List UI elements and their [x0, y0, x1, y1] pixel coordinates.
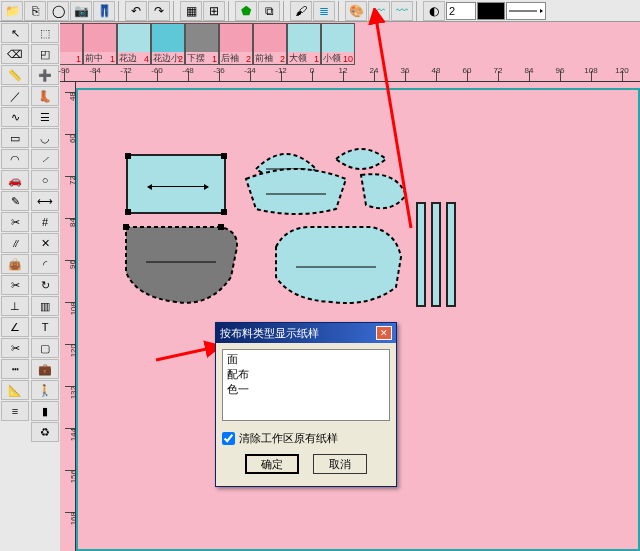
tool-bag-icon[interactable]: 👜 — [1, 254, 29, 274]
tool-circle-icon[interactable]: ○ — [31, 170, 59, 190]
tool-car-icon[interactable]: 🚗 — [1, 170, 29, 190]
checkbox-label: 清除工作区原有纸样 — [239, 431, 338, 446]
line-style-select[interactable] — [506, 2, 546, 20]
tool-split-icon[interactable]: ⟋ — [31, 149, 59, 169]
tool-rainbow-icon[interactable]: ◐ — [423, 1, 445, 21]
left-toolbar-1: ↖⌫📏／∿▭◠🚗✎✂⫽👜✂⊥∠✂┅📐≡ — [0, 22, 30, 551]
tool-group-icon[interactable]: ⧉ — [258, 1, 280, 21]
tool-copy-icon[interactable]: ⎘ — [24, 1, 46, 21]
tool-undo-icon[interactable]: ↶ — [125, 1, 147, 21]
pattern-piece[interactable] — [416, 202, 426, 307]
tool-arc2-icon[interactable]: ◡ — [31, 128, 59, 148]
zoom-input[interactable] — [446, 2, 476, 20]
tool-bag2-icon[interactable]: 💼 — [31, 359, 59, 379]
tool-scissors2-icon[interactable]: ✂ — [1, 338, 29, 358]
checkbox-input[interactable] — [222, 432, 235, 445]
tool-cut-icon[interactable]: ✂ — [1, 275, 29, 295]
tool-redo-icon[interactable]: ↷ — [148, 1, 170, 21]
pattern-swatch[interactable]: 花边小2 — [151, 23, 185, 65]
tool-curve1-icon[interactable]: 〰 — [368, 1, 390, 21]
tool-curve-icon[interactable]: ∿ — [1, 107, 29, 127]
pattern-piece[interactable] — [241, 164, 351, 219]
tool-text-icon[interactable]: T — [31, 317, 59, 337]
tool-rect-icon[interactable]: ▭ — [1, 128, 29, 148]
tool-layers2-icon[interactable]: ☰ — [31, 107, 59, 127]
tool-piece-add-icon[interactable]: ➕ — [31, 65, 59, 85]
tool-select-box-icon[interactable]: ⬚ — [31, 23, 59, 43]
tool-line-icon[interactable]: ／ — [1, 86, 29, 106]
color-swatch[interactable] — [477, 2, 505, 20]
separator — [118, 1, 122, 21]
ok-button[interactable]: 确定 — [245, 454, 299, 474]
tool-pointer-icon[interactable]: ↖ — [1, 23, 29, 43]
tool-marker-icon[interactable]: ▮ — [31, 401, 59, 421]
fabric-type-dialog: 按布料类型显示纸样 ✕ 面配布色一 清除工作区原有纸样 确定 取消 — [215, 322, 397, 487]
tool-cycle-icon[interactable]: ♻ — [31, 422, 59, 442]
pattern-piece[interactable] — [271, 222, 406, 312]
pattern-piece[interactable] — [431, 202, 441, 307]
pattern-swatch[interactable]: 前中1 — [83, 23, 117, 65]
tool-walk-icon[interactable]: 🚶 — [31, 380, 59, 400]
separator — [283, 1, 287, 21]
tool-circle-icon[interactable]: ◯ — [47, 1, 69, 21]
tool-eraser-icon[interactable]: ⌫ — [1, 44, 29, 64]
tool-boot-icon[interactable]: 👢 — [31, 86, 59, 106]
tool-angle-icon[interactable]: ∠ — [1, 317, 29, 337]
tool-offset-icon[interactable]: ⫽ — [1, 233, 29, 253]
tool-measure-icon[interactable]: ⟷ — [31, 191, 59, 211]
tool-brush-icon[interactable]: 🖌 — [290, 1, 312, 21]
pattern-swatch[interactable]: 花边4 — [117, 23, 151, 65]
top-toolbar: 📁 ⎘ ◯ 📷 👖 ↶ ↷ ▦ ⊞ ⬟ ⧉ 🖌 ≣ 🎨 〰 〰 ◐ — [0, 0, 640, 22]
tool-piece-icon[interactable]: ⬟ — [235, 1, 257, 21]
cancel-button[interactable]: 取消 — [313, 454, 367, 474]
tool-layers-icon[interactable]: ⊞ — [203, 1, 225, 21]
pattern-piece[interactable] — [126, 154, 226, 214]
tool-stack-icon[interactable]: ≣ — [313, 1, 335, 21]
dialog-title-text: 按布料类型显示纸样 — [220, 326, 319, 341]
tool-loop-icon[interactable]: ↻ — [31, 275, 59, 295]
fabric-list-item[interactable]: 色一 — [225, 382, 387, 397]
tool-box-icon[interactable]: ▢ — [31, 338, 59, 358]
tool-folder-icon[interactable]: 📁 — [1, 1, 23, 21]
pattern-swatch[interactable]: 小领10 — [321, 23, 355, 65]
tool-dash-icon[interactable]: ┅ — [1, 359, 29, 379]
dialog-body: 面配布色一 清除工作区原有纸样 确定 取消 — [216, 343, 396, 486]
pattern-piece[interactable] — [121, 222, 261, 312]
pattern-piece[interactable] — [446, 202, 456, 307]
tool-camera-icon[interactable]: 📷 — [70, 1, 92, 21]
tool-curve2-icon[interactable]: 〰 — [391, 1, 413, 21]
tool-palette-icon[interactable]: 🎨 — [345, 1, 367, 21]
tool-pen-icon[interactable]: ✎ — [1, 191, 29, 211]
separator — [416, 1, 420, 21]
separator — [173, 1, 177, 21]
clear-workspace-checkbox[interactable]: 清除工作区原有纸样 — [222, 431, 390, 446]
tool-arc3-icon[interactable]: ◜ — [31, 254, 59, 274]
tool-tape-icon[interactable]: 📏 — [1, 65, 29, 85]
close-icon[interactable]: ✕ — [376, 326, 392, 340]
tool-arc-icon[interactable]: ◠ — [1, 149, 29, 169]
left-toolbar-2: ⬚◰➕👢☰◡⟋○⟷#✕◜↻▥T▢💼🚶▮♻ — [30, 22, 60, 551]
tool-notch-icon[interactable]: ⊥ — [1, 296, 29, 316]
pattern-swatch[interactable]: 后袖2 — [219, 23, 253, 65]
tool-size-icon[interactable]: # — [31, 212, 59, 232]
tool-ruler-icon[interactable]: 📐 — [1, 380, 29, 400]
dialog-titlebar[interactable]: 按布料类型显示纸样 ✕ — [216, 323, 396, 343]
pattern-swatch[interactable]: 下摆1 — [185, 23, 219, 65]
separator — [228, 1, 232, 21]
fabric-list-item[interactable]: 面 — [225, 352, 387, 367]
fabric-list-item[interactable]: 配布 — [225, 367, 387, 382]
svg-rect-5 — [218, 224, 224, 230]
tool-compass-icon[interactable]: ✕ — [31, 233, 59, 253]
tool-pocket-icon[interactable]: ◰ — [31, 44, 59, 64]
pattern-swatch-row: 后1前1前中1花边4花边小2下摆1后袖2前袖2大领1小领10 — [0, 22, 640, 66]
pattern-swatch[interactable]: 前袖2 — [253, 23, 287, 65]
fabric-list[interactable]: 面配布色一 — [222, 349, 390, 421]
tool-panel-icon[interactable]: ▥ — [31, 296, 59, 316]
pattern-swatch[interactable]: 大领1 — [287, 23, 321, 65]
tool-bars-icon[interactable]: ≡ — [1, 401, 29, 421]
tool-pants-icon[interactable]: 👖 — [93, 1, 115, 21]
tool-scissors-icon[interactable]: ✂ — [1, 212, 29, 232]
vertical-ruler: 4860728496108120132144156168 — [60, 82, 76, 551]
pattern-piece[interactable] — [356, 170, 416, 220]
tool-grid-icon[interactable]: ▦ — [180, 1, 202, 21]
